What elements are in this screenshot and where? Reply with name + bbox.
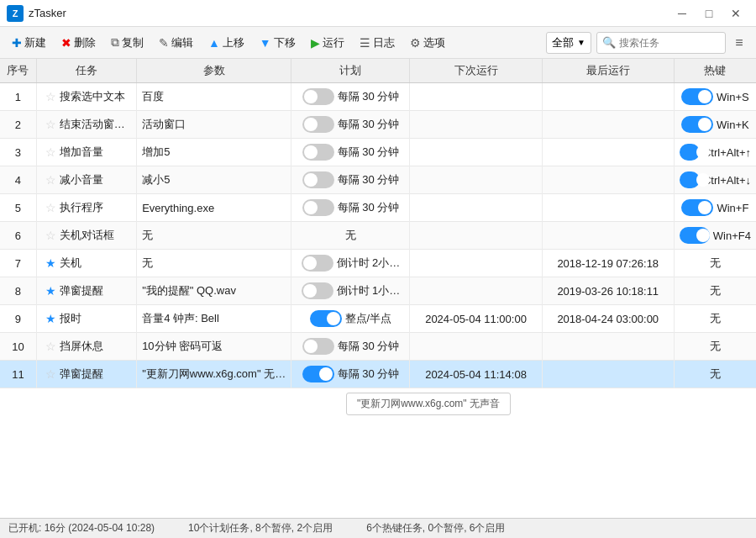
- star-icon[interactable]: ☆: [45, 367, 56, 381]
- hotkey-label: Ctrl+Alt+↑: [703, 146, 751, 159]
- new-icon: ✚: [12, 36, 22, 50]
- cell-last-run: [542, 166, 674, 194]
- plan-toggle[interactable]: [310, 310, 342, 327]
- table-row[interactable]: 2☆结束活动窗…活动窗口每隔 30 分钟Win+K: [0, 111, 756, 139]
- cell-param: 音量4 钟声: Bell: [137, 305, 291, 333]
- maximize-button[interactable]: □: [696, 0, 722, 27]
- star-icon[interactable]: ★: [45, 284, 56, 298]
- cell-hotkey: Win+S: [674, 83, 756, 111]
- task-name-label: 搜索选中文本: [60, 89, 125, 104]
- hotkey-toggle[interactable]: [681, 199, 713, 216]
- cell-param: 无: [137, 250, 291, 277]
- delete-button[interactable]: ✖ 删除: [55, 32, 102, 54]
- status-bar: 已开机: 16分 (2024-05-04 10:28) 10个计划任务, 8个暂…: [0, 518, 756, 538]
- task-table: 序号 任务 参数 计划 下次运行 最后运行 热键 1☆搜索选中文本百度每隔 30…: [0, 59, 756, 388]
- plan-toggle[interactable]: [302, 366, 334, 382]
- plan-toggle[interactable]: [302, 144, 334, 161]
- run-button[interactable]: ▶ 运行: [304, 32, 351, 54]
- col-header-param: 参数: [137, 59, 291, 83]
- plan-toggle[interactable]: [302, 171, 334, 188]
- task-name-label: 减小音量: [60, 172, 103, 187]
- cell-hotkey: 无: [674, 277, 756, 305]
- plan-toggle[interactable]: [302, 199, 334, 216]
- tooltip-area: "更新刀网www.x6g.com" 无声音: [0, 388, 756, 419]
- cell-num: 7: [0, 250, 36, 277]
- options-button[interactable]: ⚙ 选项: [403, 32, 452, 54]
- cell-hotkey: Ctrl+Alt+↑: [674, 139, 756, 166]
- task-name-label: 关机: [60, 256, 81, 271]
- new-button[interactable]: ✚ 新建: [5, 32, 53, 54]
- copy-button[interactable]: ⧉ 复制: [104, 32, 150, 54]
- close-button[interactable]: ✕: [722, 0, 749, 27]
- cell-last-run: [542, 139, 674, 166]
- table-row[interactable]: 10☆挡屏休息10分钟 密码可返每隔 30 分钟无: [0, 333, 756, 361]
- tooltip-popup: "更新刀网www.x6g.com" 无声音: [346, 393, 511, 415]
- minimize-button[interactable]: ─: [669, 0, 696, 27]
- cell-num: 10: [0, 333, 36, 361]
- window-controls: ─ □ ✕: [669, 0, 749, 27]
- hotkey-toggle[interactable]: [680, 171, 700, 188]
- up-button[interactable]: ▲ 上移: [202, 32, 251, 54]
- hotkey-toggle[interactable]: [680, 144, 700, 161]
- plan-label: 整点/半点: [345, 311, 392, 326]
- star-icon[interactable]: ☆: [45, 145, 56, 159]
- hotkey-stats-status: 6个热键任务, 0个暂停, 6个启用: [366, 521, 505, 535]
- task-name-label: 执行程序: [60, 200, 103, 215]
- plan-toggle[interactable]: [302, 282, 333, 299]
- table-row[interactable]: 4☆减小音量减小5每隔 30 分钟Ctrl+Alt+↓: [0, 166, 756, 194]
- star-icon[interactable]: ☆: [45, 118, 56, 131]
- table-row[interactable]: 8★弹窗提醒"我的提醒" QQ.wav倒计时 1小…2019-03-26 10:…: [0, 277, 756, 305]
- plan-label: 每隔 30 分钟: [338, 200, 400, 215]
- table-row[interactable]: 6☆关机对话框无无Win+F4: [0, 222, 756, 250]
- hotkey-toggle[interactable]: [681, 88, 713, 105]
- menu-button[interactable]: ≡: [727, 31, 751, 55]
- hotkey-toggle[interactable]: [680, 227, 710, 244]
- star-icon[interactable]: ★: [45, 256, 56, 270]
- filter-dropdown[interactable]: 全部 ▼: [546, 32, 591, 54]
- log-button[interactable]: ☰ 日志: [353, 32, 402, 54]
- plan-label: 倒计时 1小…: [337, 283, 401, 298]
- star-icon[interactable]: ☆: [45, 340, 56, 353]
- task-stats-status: 10个计划任务, 8个暂停, 2个启用: [188, 521, 333, 535]
- table-row[interactable]: 3☆增加音量增加5每隔 30 分钟Ctrl+Alt+↑: [0, 139, 756, 166]
- table-row[interactable]: 5☆执行程序Everything.exe每隔 30 分钟Win+F: [0, 194, 756, 222]
- search-box: 🔍: [596, 32, 726, 54]
- plan-toggle[interactable]: [302, 338, 334, 355]
- table-row[interactable]: 1☆搜索选中文本百度每隔 30 分钟Win+S: [0, 83, 756, 111]
- cell-next-run: [410, 222, 542, 250]
- task-name-label: 弹窗提醒: [60, 283, 103, 298]
- star-icon[interactable]: ★: [45, 312, 56, 325]
- down-button[interactable]: ▼ 下移: [253, 32, 302, 54]
- plan-toggle[interactable]: [302, 116, 334, 133]
- cell-task: ☆执行程序: [36, 194, 136, 222]
- star-icon[interactable]: ☆: [45, 201, 56, 214]
- cell-last-run: 2018-12-19 07:26:18: [542, 250, 674, 277]
- cell-next-run: [410, 250, 542, 277]
- col-header-next: 下次运行: [410, 59, 542, 83]
- star-icon[interactable]: ☆: [45, 90, 56, 103]
- plan-label: 每隔 30 分钟: [338, 145, 400, 160]
- cell-param: 10分钟 密码可返: [137, 333, 291, 361]
- cell-task: ★报时: [36, 305, 136, 333]
- cell-task: ☆挡屏休息: [36, 333, 136, 361]
- cell-next-run: [410, 333, 542, 361]
- task-name-label: 挡屏休息: [60, 339, 103, 354]
- star-icon[interactable]: ☆: [45, 229, 56, 242]
- cell-param: 增加5: [137, 139, 291, 166]
- table-row[interactable]: 9★报时音量4 钟声: Bell整点/半点2024-05-04 11:00:00…: [0, 305, 756, 333]
- edit-button[interactable]: ✎ 编辑: [152, 32, 200, 54]
- star-icon[interactable]: ☆: [45, 173, 56, 187]
- cell-num: 5: [0, 194, 36, 222]
- col-header-task: 任务: [36, 59, 136, 83]
- cell-num: 4: [0, 166, 36, 194]
- table-row[interactable]: 7★关机无倒计时 2小…2018-12-19 07:26:18无: [0, 250, 756, 277]
- search-input[interactable]: [619, 37, 720, 49]
- cell-num: 6: [0, 222, 36, 250]
- table-row[interactable]: 11☆弹窗提醒"更新刀网www.x6g.com" 无…每隔 30 分钟2024-…: [0, 361, 756, 388]
- plan-toggle[interactable]: [302, 255, 333, 272]
- search-icon: 🔍: [602, 36, 616, 49]
- cell-plan: 每隔 30 分钟: [291, 361, 410, 388]
- plan-toggle[interactable]: [302, 88, 334, 105]
- hotkey-toggle[interactable]: [681, 116, 713, 133]
- cell-next-run: [410, 139, 542, 166]
